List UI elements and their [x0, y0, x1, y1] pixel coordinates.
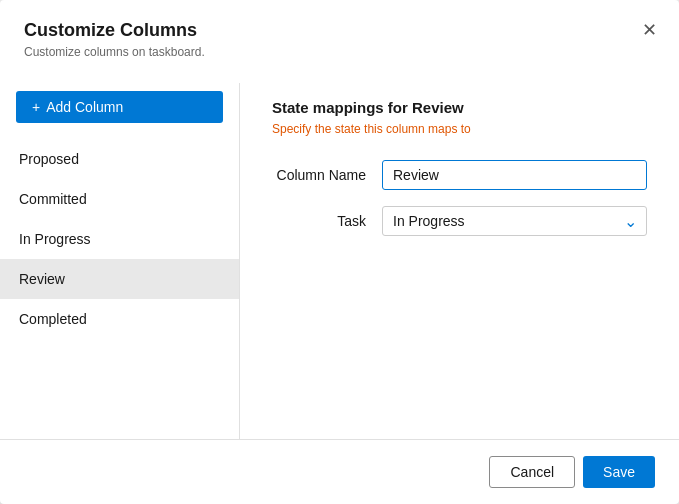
sidebar-item-in-progress[interactable]: In Progress: [0, 219, 239, 259]
add-column-button[interactable]: + Add Column: [16, 91, 223, 123]
dialog-subtitle: Customize columns on taskboard.: [24, 45, 655, 59]
task-row: Task In Progress Active Closed Resolved …: [272, 206, 647, 236]
save-button[interactable]: Save: [583, 456, 655, 488]
section-title: State mappings for Review: [272, 99, 647, 116]
column-name-input[interactable]: [382, 160, 647, 190]
column-name-label: Column Name: [272, 167, 382, 183]
customize-columns-dialog: Customize Columns Customize columns on t…: [0, 0, 679, 504]
task-label: Task: [272, 213, 382, 229]
add-column-label: Add Column: [46, 99, 123, 115]
close-icon: ✕: [642, 19, 657, 41]
close-button[interactable]: ✕: [635, 16, 663, 44]
main-content: State mappings for Review Specify the st…: [240, 83, 679, 439]
column-name-row: Column Name: [272, 160, 647, 190]
section-hint: Specify the state this column maps to: [272, 122, 647, 136]
dialog-footer: Cancel Save: [0, 439, 679, 504]
task-select[interactable]: In Progress Active Closed Resolved: [382, 206, 647, 236]
dialog-body: + Add Column Proposed Committed In Progr…: [0, 67, 679, 439]
cancel-button[interactable]: Cancel: [489, 456, 575, 488]
task-select-wrapper: In Progress Active Closed Resolved ⌄: [382, 206, 647, 236]
dialog-header: Customize Columns Customize columns on t…: [0, 0, 679, 67]
sidebar-item-proposed[interactable]: Proposed: [0, 139, 239, 179]
sidebar: + Add Column Proposed Committed In Progr…: [0, 83, 240, 439]
sidebar-item-committed[interactable]: Committed: [0, 179, 239, 219]
dialog-title: Customize Columns: [24, 20, 655, 41]
column-list: Proposed Committed In Progress Review Co…: [0, 139, 239, 423]
sidebar-item-completed[interactable]: Completed: [0, 299, 239, 339]
sidebar-item-review[interactable]: Review: [0, 259, 239, 299]
add-icon: +: [32, 99, 40, 115]
